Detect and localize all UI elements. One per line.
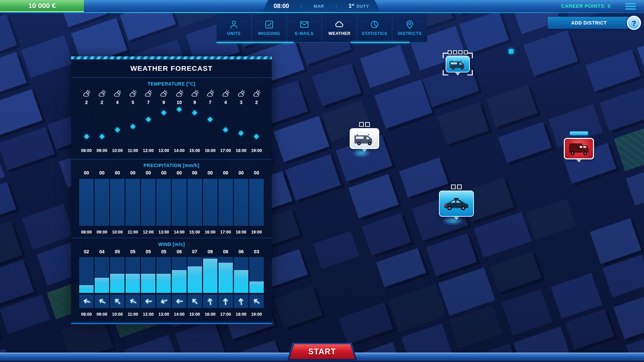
- wind-value: 04: [95, 248, 109, 256]
- wind-direction-cell: [203, 295, 217, 308]
- temperature-values-row: 2245791097432: [71, 98, 272, 106]
- ambulance-van-marker[interactable]: [442, 50, 473, 75]
- precipitation-bar: [110, 179, 125, 226]
- sun-behind-cloud-icon: [203, 88, 217, 98]
- wind-direction-cell: [249, 295, 264, 308]
- precipitation-bar: [218, 179, 233, 226]
- temperature-value-cell: 2: [95, 98, 109, 106]
- time-label: 09:00: [95, 228, 109, 236]
- temperature-diamond: [207, 117, 213, 122]
- sun-behind-cloud-icon: [79, 88, 94, 98]
- wind-bar-fill: [126, 274, 140, 293]
- tab-districts[interactable]: DISTRICTS: [392, 13, 427, 42]
- temperature-diamond: [192, 110, 197, 115]
- tab-units[interactable]: UNITS: [216, 13, 252, 42]
- temperature-line-cell: [172, 107, 186, 144]
- wind-value: 08: [218, 248, 233, 256]
- time-label: 16:00: [203, 228, 217, 236]
- wind-direction-cell: [172, 295, 186, 308]
- wind-bar-fill: [95, 278, 109, 293]
- wind-direction-cell: [234, 295, 248, 308]
- tab-weather[interactable]: WEATHER: [322, 13, 357, 42]
- sun-behind-cloud-icon: [95, 88, 109, 98]
- fire-icon: [564, 138, 594, 159]
- wind-bar-fill: [172, 270, 186, 293]
- add-district-button[interactable]: ADD DISTRICT: [548, 17, 630, 29]
- temperature-value-cell: 7: [203, 98, 217, 106]
- wind-value-cell: 04: [95, 248, 109, 256]
- crew-slot-icon: [359, 122, 364, 127]
- time-label: 15:00: [188, 147, 202, 155]
- weather-icon-cell: [141, 87, 155, 98]
- start-button[interactable]: START: [287, 343, 357, 360]
- wind-bar-fill: [249, 281, 264, 293]
- wind-bar: [203, 257, 217, 293]
- wind-direction-cell: [141, 295, 155, 308]
- van-icon: [350, 128, 379, 149]
- wind-direction-cell: [110, 295, 125, 308]
- wind-value: 05: [141, 248, 155, 256]
- temperature-diamond: [177, 107, 182, 112]
- wind-value-cell: 03: [249, 248, 264, 256]
- temperature-value: 4: [218, 98, 233, 106]
- temperature-diamond: [115, 127, 120, 133]
- temperature-times-row: 08:0009:0010:0011:0012:0013:0014:0015:00…: [71, 147, 272, 155]
- wind-bar-fill: [110, 274, 125, 293]
- precipitation-bar: [234, 179, 248, 226]
- wind-value: 05: [156, 248, 171, 256]
- tab-e-mails[interactable]: E-MAILS: [287, 13, 322, 42]
- hamburger-menu-icon[interactable]: [625, 3, 636, 10]
- wind-bar: [156, 257, 171, 293]
- wind-direction-arrow-icon: [96, 295, 108, 307]
- wind-bar: [95, 257, 109, 293]
- time-label: 13:00: [156, 310, 171, 318]
- precipitation-bar: [188, 179, 202, 226]
- temperature-line-cell: [188, 107, 202, 144]
- wind-value-cell: 06: [172, 248, 186, 256]
- wind-bar: [79, 257, 94, 293]
- wind-values-row: 020405050505060709080603: [71, 248, 272, 256]
- precipitation-value-cell: 00: [126, 169, 140, 177]
- weather-icon-cell: [79, 87, 94, 98]
- temperature-line-cell: [203, 107, 217, 144]
- wind-value: 02: [79, 248, 94, 256]
- precipitation-bar: [156, 179, 171, 226]
- temperature-section-label: TEMPERATURE [°C]: [71, 81, 272, 87]
- time-label: 11:00: [126, 310, 140, 318]
- time-label: 17:00: [218, 147, 233, 155]
- marker-pointer: [455, 72, 460, 75]
- wind-value-cell: 05: [126, 248, 140, 256]
- precipitation-value-cell: 00: [110, 169, 125, 177]
- tab-statistics[interactable]: STATISTICS: [357, 13, 392, 42]
- fire-truck-marker[interactable]: [560, 131, 597, 162]
- precipitation-value: 00: [249, 169, 264, 177]
- wind-value: 05: [110, 248, 125, 256]
- game-clock: 08:00 ⋮ MAR ⋮ 1st DUTY: [262, 0, 381, 12]
- weather-icon-cell: [218, 87, 233, 98]
- precipitation-value: 00: [203, 169, 217, 177]
- tab-missions[interactable]: MISSIONS: [252, 13, 287, 42]
- sun-behind-cloud-icon: [172, 88, 186, 98]
- weather-icon-cell: [95, 87, 109, 98]
- time-label: 19:00: [249, 310, 264, 318]
- precipitation-section-label: PRECIPITATION [mm/h]: [71, 162, 272, 169]
- help-button[interactable]: ?: [627, 16, 641, 30]
- sun-behind-cloud-icon: [234, 88, 248, 98]
- temperature-value: 5: [126, 98, 140, 106]
- weather-icon-cell: [156, 87, 171, 98]
- time-label: 18:00: [234, 310, 248, 318]
- wind-value: 06: [172, 248, 186, 256]
- time-label: 16:00: [203, 147, 217, 155]
- sun-behind-cloud-icon: [126, 88, 140, 98]
- temperature-value: 10: [172, 98, 186, 106]
- time-label: 08:00: [79, 147, 94, 155]
- precipitation-value: 00: [126, 169, 140, 177]
- precipitation-value: 00: [172, 169, 186, 177]
- temperature-chart: [71, 107, 272, 144]
- ambulance-van-marker[interactable]: [346, 122, 383, 152]
- weather-icon-cell: [188, 87, 202, 98]
- map-poi-icon[interactable]: [509, 49, 513, 54]
- precipitation-value-cell: 00: [234, 169, 248, 177]
- police-car-marker[interactable]: [436, 185, 477, 220]
- marker-pointer: [576, 159, 582, 162]
